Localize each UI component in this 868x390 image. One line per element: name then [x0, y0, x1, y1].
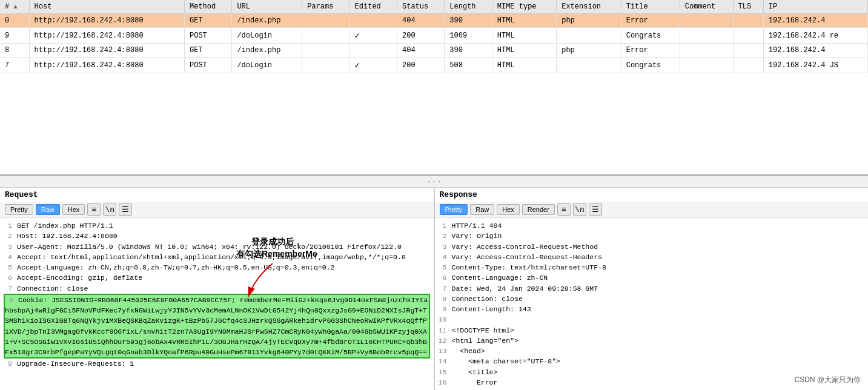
- request-tab-pretty[interactable]: Pretty: [5, 204, 33, 215]
- request-line: 7Connection: close: [4, 283, 430, 294]
- line-number: 6: [439, 273, 447, 283]
- line-number: 3: [439, 242, 447, 252]
- col-method[interactable]: Method: [185, 0, 232, 14]
- table-row[interactable]: 7http://192.168.242.4:8080POST/doLogin✓2…: [0, 58, 868, 73]
- table-row[interactable]: 0http://192.168.242.4:8080GET/index.php4…: [0, 14, 868, 28]
- line-number: 11: [439, 325, 447, 335]
- table-cell: Error: [621, 14, 680, 28]
- table-cell: POST: [185, 58, 232, 73]
- request-line: 8Cookie: JSESSIONID=9BB60F445025E6E8FB0A…: [4, 294, 430, 359]
- response-line: 7Date: Wed, 24 Jan 2024 09:29:58 GMT: [439, 283, 865, 294]
- line-number: 12: [439, 335, 447, 346]
- table-cell: ✓: [350, 58, 397, 73]
- table-cell: php: [557, 14, 621, 28]
- response-line: 4Vary: Access-Control-Request-Headers: [439, 252, 865, 262]
- table-cell: [733, 44, 763, 58]
- request-content: 1GET /index.php HTTP/1.12Host: 192.168.2…: [0, 218, 434, 390]
- request-tab-hex[interactable]: Hex: [62, 204, 85, 215]
- line-number: 13: [439, 346, 447, 356]
- table-cell: Error: [621, 44, 680, 58]
- table-cell: [680, 28, 733, 44]
- response-tab-render[interactable]: Render: [522, 204, 555, 215]
- request-panel-title: Request: [0, 188, 434, 202]
- col-num[interactable]: # ▲: [0, 0, 29, 14]
- request-icon-menu[interactable]: ☰: [119, 203, 132, 216]
- line-number: 14: [439, 356, 447, 366]
- table-cell: 192.168.242.4: [763, 44, 867, 58]
- col-title[interactable]: Title: [621, 0, 680, 14]
- col-mime[interactable]: MIME type: [492, 0, 556, 14]
- request-line: 1GET /index.php HTTP/1.1: [4, 220, 430, 231]
- line-number: 4: [4, 252, 12, 262]
- response-line: 5Content-Type: text/html;charset=UTF-8: [439, 262, 865, 273]
- table-cell: 192.168.242.4 JS: [763, 58, 867, 73]
- table-cell: 7: [0, 58, 29, 73]
- table-cell: [302, 44, 350, 58]
- bottom-panels: Request Pretty Raw Hex ≡ \n ☰ 1GET /inde…: [0, 188, 868, 390]
- request-line: 2Host: 192.168.242.4:8080: [4, 231, 430, 241]
- table-cell: Congrats: [621, 28, 680, 44]
- table-cell: 390: [445, 14, 492, 28]
- col-edited[interactable]: Edited: [350, 0, 397, 14]
- line-number: 15: [439, 367, 447, 377]
- col-host[interactable]: Host: [29, 0, 184, 14]
- table-cell: [302, 28, 350, 44]
- table-cell: 0: [0, 14, 29, 28]
- col-url[interactable]: URL: [232, 0, 302, 14]
- line-number: 2: [4, 231, 12, 241]
- table-cell: 192.168.242.4: [763, 14, 867, 28]
- table-cell: GET: [185, 44, 232, 58]
- response-line: 8Connection: close: [439, 294, 865, 304]
- table-header-row: # ▲ Host Method URL Params Edited Status…: [0, 0, 868, 14]
- request-icon-newline[interactable]: \n: [103, 203, 116, 216]
- response-tab-raw[interactable]: Raw: [470, 204, 494, 215]
- response-tab-pretty[interactable]: Pretty: [440, 204, 468, 215]
- request-toolbar: Pretty Raw Hex ≡ \n ☰: [0, 202, 434, 218]
- response-line: 11<!DOCTYPE html>: [439, 325, 865, 335]
- line-number: 3: [4, 242, 12, 252]
- table-cell: 9: [0, 28, 29, 44]
- table-cell: /index.php: [232, 44, 302, 58]
- request-line: 4Accept: text/html,application/xhtml+xml…: [4, 252, 430, 262]
- response-line: 2Vary: Origin: [439, 231, 865, 241]
- response-icon-menu[interactable]: ☰: [589, 203, 602, 216]
- col-params[interactable]: Params: [302, 0, 350, 14]
- table-cell: [680, 58, 733, 73]
- table-cell: /index.php: [232, 14, 302, 28]
- response-toolbar: Pretty Raw Hex Render ≡ \n ☰: [435, 202, 869, 218]
- response-line: 13 <head>: [439, 346, 865, 356]
- line-number: 4: [439, 252, 447, 262]
- table-cell: HTML: [492, 44, 556, 58]
- line-number: 6: [4, 273, 12, 283]
- request-line: 6Accept-Encoding: gzip, deflate: [4, 273, 430, 283]
- request-tab-raw[interactable]: Raw: [36, 204, 60, 215]
- table-row[interactable]: 8http://192.168.242.4:8080GET/index.php4…: [0, 44, 868, 58]
- response-icon-filter[interactable]: ≡: [557, 203, 571, 216]
- response-line: 10: [439, 314, 865, 325]
- table-cell: Congrats: [621, 58, 680, 73]
- response-icon-newline[interactable]: \n: [573, 203, 586, 216]
- table-cell: [350, 14, 397, 28]
- response-line: 17 </title>: [439, 388, 865, 390]
- response-line: 6Content-Language: zh-CN: [439, 273, 865, 283]
- table-cell: 390: [445, 44, 492, 58]
- line-number: 5: [4, 262, 12, 273]
- col-extension[interactable]: Extension: [557, 0, 621, 14]
- request-icon-filter[interactable]: ≡: [87, 203, 101, 216]
- col-length[interactable]: Length: [445, 0, 492, 14]
- table-cell: [350, 44, 397, 58]
- http-request-table: # ▲ Host Method URL Params Edited Status…: [0, 0, 868, 73]
- col-tls[interactable]: TLS: [733, 0, 763, 14]
- table-row[interactable]: 9http://192.168.242.4:8080POST/doLogin✓2…: [0, 28, 868, 44]
- request-line: 5Accept-Language: zh-CN,zh;q=0.8,zh-TW;q…: [4, 262, 430, 273]
- col-status[interactable]: Status: [397, 0, 444, 14]
- col-comment[interactable]: Comment: [680, 0, 733, 14]
- panel-divider[interactable]: ···: [0, 176, 868, 188]
- table-cell: GET: [185, 14, 232, 28]
- response-line: 12<html lang="en">: [439, 335, 865, 346]
- table-cell: [557, 28, 621, 44]
- table-cell: 192.168.242.4 re: [763, 28, 867, 44]
- col-ip[interactable]: IP: [763, 0, 867, 14]
- response-tab-hex[interactable]: Hex: [497, 204, 520, 215]
- line-number: 17: [439, 388, 447, 390]
